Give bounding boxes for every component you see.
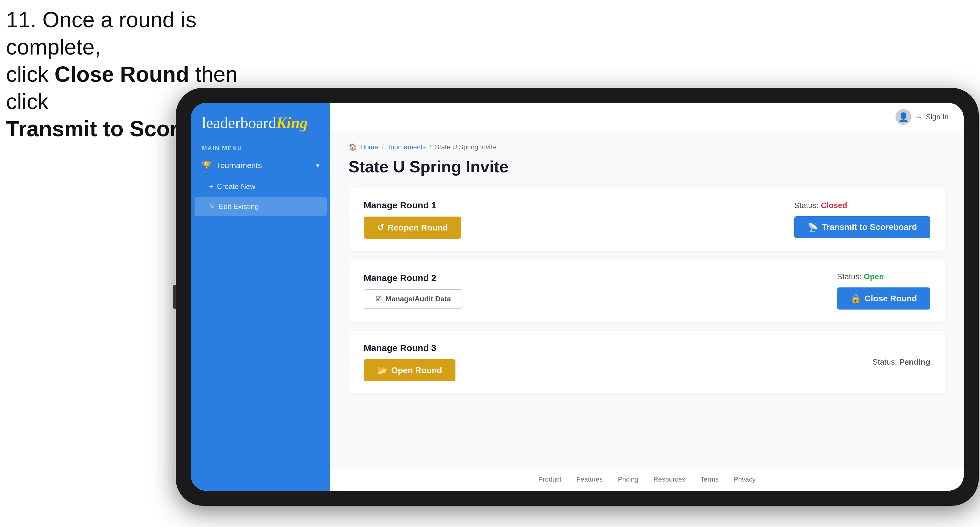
- reopen-round-button[interactable]: ↺ Reopen Round: [364, 217, 461, 239]
- logo-leaderboard: leaderboard: [202, 114, 276, 132]
- open-round-label: Open Round: [391, 365, 442, 375]
- main-menu-label: MAIN MENU: [191, 140, 330, 154]
- page-title: State U Spring Invite: [348, 157, 945, 176]
- close-round-button[interactable]: 🔒 Close Round: [837, 287, 930, 310]
- sidebar-item-tournaments[interactable]: 🏆 Tournaments ▾: [191, 154, 330, 177]
- manage-audit-button[interactable]: ☑ Manage/Audit Data: [364, 289, 463, 309]
- round-3-title: Manage Round 3: [364, 343, 455, 353]
- logo: leaderboardKing: [191, 103, 330, 140]
- round-1-card: Manage Round 1 ↺ Reopen Round Status:: [348, 188, 945, 251]
- reopen-round-label: Reopen Round: [388, 223, 448, 233]
- round-2-card: Manage Round 2 ☑ Manage/Audit Data Statu…: [348, 260, 945, 322]
- signin-text: Sign In: [926, 113, 948, 121]
- round-1-status-value: Closed: [821, 201, 847, 210]
- manage-audit-label: Manage/Audit Data: [385, 295, 451, 303]
- reopen-icon: ↺: [377, 222, 384, 233]
- sidebar-tournaments-label: Tournaments: [216, 161, 262, 170]
- footer-product[interactable]: Product: [538, 476, 561, 483]
- signin-label: →: [915, 113, 922, 121]
- footer-features[interactable]: Features: [576, 476, 603, 483]
- logo-king: King: [276, 114, 307, 132]
- open-icon: 📂: [377, 365, 388, 375]
- breadcrumb-icon: 🏠: [348, 143, 357, 151]
- chevron-down-icon: ▾: [316, 162, 320, 170]
- avatar: 👤: [896, 109, 911, 125]
- transmit-scoreboard-button[interactable]: 📡 Transmit to Scoreboard: [794, 216, 930, 238]
- close-icon: 🔒: [850, 294, 861, 303]
- signin-button[interactable]: 👤 → Sign In: [896, 109, 948, 125]
- round-3-status: Status: Pending: [872, 357, 930, 367]
- sidebar: leaderboardKing MAIN MENU 🏆 Tournaments …: [191, 103, 330, 490]
- transmit-scoreboard-label: Transmit to Scoreboard: [822, 222, 917, 232]
- topbar: 👤 → Sign In: [330, 103, 964, 131]
- tablet-screen: leaderboardKing MAIN MENU 🏆 Tournaments …: [191, 103, 964, 490]
- round-1-status: Status: Closed: [794, 201, 930, 210]
- breadcrumb-tournaments[interactable]: Tournaments: [387, 143, 426, 151]
- tablet-device: leaderboardKing MAIN MENU 🏆 Tournaments …: [176, 88, 979, 506]
- create-new-label: Create New: [217, 183, 255, 191]
- main-content: 👤 → Sign In 🏠 Home / Tournaments / State: [330, 103, 964, 490]
- breadcrumb-home[interactable]: Home: [360, 143, 378, 151]
- round-2-title: Manage Round 2: [364, 273, 463, 283]
- round-1-title: Manage Round 1: [364, 200, 461, 211]
- open-round-button[interactable]: 📂 Open Round: [364, 359, 455, 381]
- edit-icon: ✎: [209, 202, 215, 211]
- footer-pricing[interactable]: Pricing: [618, 476, 638, 483]
- round-3-card: Manage Round 3 📂 Open Round Status:: [348, 331, 945, 394]
- tablet-side-button: [173, 285, 176, 309]
- round-3-status-value: Pending: [899, 357, 930, 367]
- audit-icon: ☑: [375, 295, 382, 303]
- footer-resources[interactable]: Resources: [653, 476, 685, 483]
- sidebar-create-new[interactable]: + Create New: [191, 177, 330, 196]
- breadcrumb-sep-2: /: [430, 143, 431, 151]
- footer: Product Features Pricing Resources Terms…: [330, 468, 964, 490]
- footer-terms[interactable]: Terms: [701, 476, 719, 483]
- breadcrumb-sep-1: /: [382, 143, 383, 151]
- breadcrumb: 🏠 Home / Tournaments / State U Spring In…: [348, 143, 945, 151]
- sidebar-edit-existing[interactable]: ✎ Edit Existing: [194, 197, 327, 216]
- breadcrumb-current: State U Spring Invite: [435, 143, 496, 151]
- edit-existing-label: Edit Existing: [219, 202, 259, 211]
- footer-privacy[interactable]: Privacy: [733, 476, 756, 483]
- transmit-icon: 📡: [808, 222, 818, 232]
- content-area: 🏠 Home / Tournaments / State U Spring In…: [330, 131, 964, 468]
- trophy-icon: 🏆: [202, 161, 212, 170]
- round-2-status: Status: Open: [837, 272, 930, 281]
- close-round-label: Close Round: [865, 294, 917, 303]
- app-container: leaderboardKing MAIN MENU 🏆 Tournaments …: [191, 103, 964, 490]
- plus-icon: +: [209, 183, 213, 191]
- round-2-status-value: Open: [864, 272, 884, 281]
